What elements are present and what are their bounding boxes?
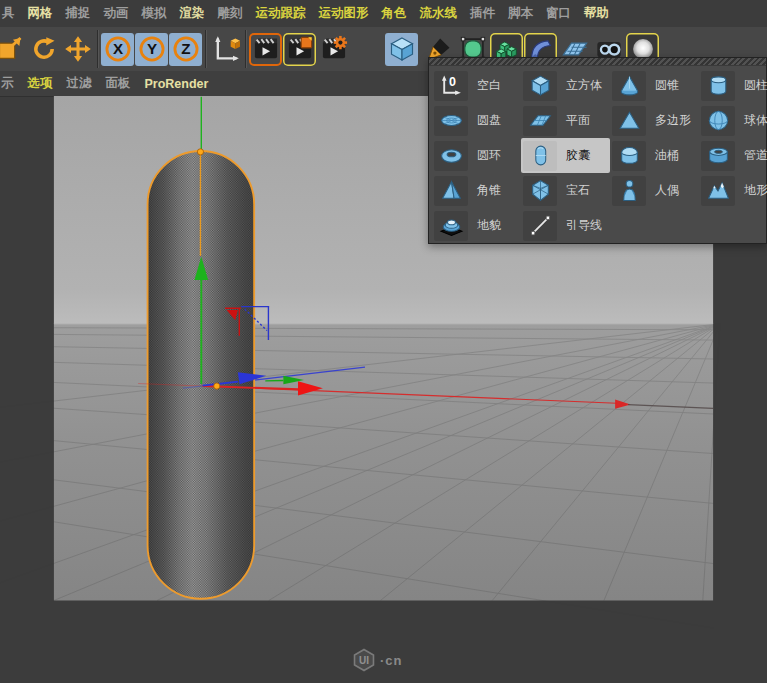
primitive-label: 多边形: [655, 112, 691, 129]
menu-item-8[interactable]: 运动图形: [313, 5, 375, 22]
render-view-button[interactable]: [249, 33, 282, 66]
menu-item-7[interactable]: 运动跟踪: [250, 5, 312, 22]
primitive-item-cylinder[interactable]: 圆柱: [699, 68, 767, 103]
menu-item-2[interactable]: 过滤: [60, 75, 99, 92]
relief-primitive-icon: [434, 211, 468, 241]
primitive-label: 空白: [477, 77, 501, 94]
primitive-cube-dropdown-button[interactable]: [385, 33, 418, 66]
svg-text:0: 0: [449, 75, 456, 89]
primitive-label: 平面: [566, 112, 590, 129]
null-primitive-icon: 0: [434, 71, 468, 101]
primitive-item-landscape[interactable]: 地形: [699, 173, 767, 208]
render-settings-button[interactable]: [317, 33, 350, 66]
cube-primitive-icon: [523, 71, 557, 101]
scale-tool-button[interactable]: [0, 33, 26, 66]
primitives-grid: 0空白立方体圆锥圆柱圆盘平面多边形球体圆环胶囊油桶管道角锥宝石人偶地形地貌引导线: [429, 66, 766, 243]
primitive-label: 圆锥: [655, 77, 679, 94]
lock-x-axis-button[interactable]: X: [101, 33, 134, 66]
primitive-item-oiltank[interactable]: 油桶: [610, 138, 699, 173]
menu-item-3[interactable]: 面板: [99, 75, 138, 92]
toolbar-separator: [97, 30, 99, 68]
primitive-item-null[interactable]: 0空白: [432, 68, 521, 103]
axis-z-icon: Z: [172, 35, 200, 63]
svg-text:Z: Z: [181, 40, 190, 57]
toolbar-separator: [205, 30, 207, 68]
rotate-icon: [30, 35, 58, 63]
lock-y-axis-button[interactable]: Y: [135, 33, 168, 66]
axis-x-icon: X: [104, 35, 132, 63]
landscape-primitive-icon: [701, 176, 735, 206]
menu-item-6[interactable]: 雕刻: [212, 5, 249, 22]
move-icon: [64, 35, 92, 63]
cone-primitive-icon: [612, 71, 646, 101]
menu-item-4[interactable]: 模拟: [136, 5, 173, 22]
primitive-item-pyramid[interactable]: 角锥: [432, 173, 521, 208]
pyramid-primitive-icon: [434, 176, 468, 206]
main-menubar: 具网格捕捉动画模拟渲染雕刻运动跟踪运动图形角色流水线插件脚本窗口帮助: [0, 0, 767, 27]
primitive-item-polygon[interactable]: 多边形: [610, 103, 699, 138]
primitive-item-tube[interactable]: 管道: [699, 138, 767, 173]
menu-item-4[interactable]: ProRender: [138, 77, 216, 91]
platonic-primitive-icon: [523, 176, 557, 206]
rotate-tool-button[interactable]: [27, 33, 60, 66]
menu-item-0[interactable]: 示: [0, 75, 21, 92]
render-view-icon: [252, 35, 280, 63]
primitive-item-figure[interactable]: 人偶: [610, 173, 699, 208]
primitive-item-sphere[interactable]: 球体: [699, 103, 767, 138]
primitive-item-cube[interactable]: 立方体: [521, 68, 610, 103]
primitive-label: 胶囊: [566, 147, 590, 164]
cube-primitive-icon: [388, 35, 416, 63]
sphere-primitive-icon: [701, 106, 735, 136]
lock-z-axis-button[interactable]: Z: [169, 33, 202, 66]
render-settings-icon: [320, 35, 348, 63]
render-picture-icon: [286, 35, 314, 63]
primitive-label: 地貌: [477, 217, 501, 234]
coordinate-system-button[interactable]: [209, 33, 242, 66]
primitive-label: 引导线: [566, 217, 602, 234]
primitive-label: 宝石: [566, 182, 590, 199]
svg-text:Y: Y: [146, 40, 156, 57]
primitive-label: 球体: [744, 112, 767, 129]
menu-item-11[interactable]: 插件: [464, 5, 501, 22]
disc-primitive-icon: [434, 106, 468, 136]
axis-y-icon: Y: [138, 35, 166, 63]
primitive-label: 圆环: [477, 147, 501, 164]
figure-primitive-icon: [612, 176, 646, 206]
render-picture-viewer-button[interactable]: [283, 33, 316, 66]
primitive-item-plane[interactable]: 平面: [521, 103, 610, 138]
menu-item-0[interactable]: 具: [0, 5, 21, 22]
cinema4d-window: 具网格捕捉动画模拟渲染雕刻运动跟踪运动图形角色流水线插件脚本窗口帮助 XYZ 示…: [0, 0, 767, 683]
panel-grip-handle[interactable]: [429, 58, 766, 66]
polygon-primitive-icon: [612, 106, 646, 136]
menu-item-2[interactable]: 捕捉: [60, 5, 97, 22]
toolbar-separator: [245, 30, 247, 68]
primitive-label: 地形: [744, 182, 767, 199]
tube-primitive-icon: [701, 141, 735, 171]
primitive-label: 立方体: [566, 77, 602, 94]
menu-item-5[interactable]: 渲染: [174, 5, 211, 22]
menu-item-3[interactable]: 动画: [98, 5, 135, 22]
menu-item-1[interactable]: 选项: [21, 75, 60, 92]
primitive-item-disc[interactable]: 圆盘: [432, 103, 521, 138]
menu-item-12[interactable]: 脚本: [502, 5, 539, 22]
menu-item-14[interactable]: 帮助: [578, 5, 615, 22]
primitive-item-platonic[interactable]: 宝石: [521, 173, 610, 208]
svg-text:X: X: [112, 40, 122, 57]
primitive-item-relief[interactable]: 地貌: [432, 208, 521, 243]
primitive-item-torus[interactable]: 圆环: [432, 138, 521, 173]
primitive-label: 圆柱: [744, 77, 767, 94]
menu-item-10[interactable]: 流水线: [414, 5, 464, 22]
primitive-item-capsule[interactable]: 胶囊: [521, 138, 610, 173]
scale-icon: [0, 35, 24, 63]
torus-primitive-icon: [434, 141, 468, 171]
menu-item-13[interactable]: 窗口: [540, 5, 577, 22]
menu-item-9[interactable]: 角色: [376, 5, 413, 22]
primitive-item-guide[interactable]: 引导线: [521, 208, 610, 243]
move-tool-button[interactable]: [61, 33, 94, 66]
primitive-item-cone[interactable]: 圆锥: [610, 68, 699, 103]
primitive-label: 人偶: [655, 182, 679, 199]
capsule-primitive-icon: [523, 141, 557, 171]
cylinder-primitive-icon: [701, 71, 735, 101]
plane-primitive-icon: [523, 106, 557, 136]
menu-item-1[interactable]: 网格: [22, 5, 59, 22]
